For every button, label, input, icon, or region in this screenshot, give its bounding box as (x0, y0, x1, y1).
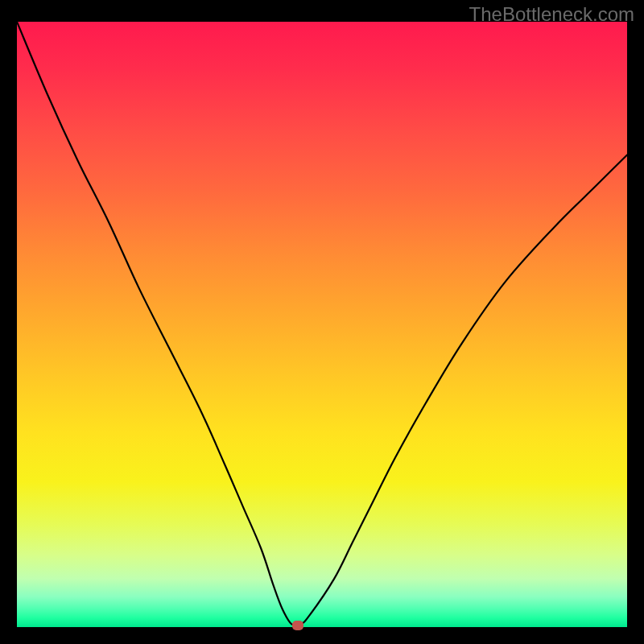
minimum-point-marker (292, 621, 303, 630)
watermark-text: TheBottleneck.com (469, 3, 634, 26)
bottleneck-curve (17, 22, 627, 625)
plot-area (17, 22, 627, 627)
chart-container: TheBottleneck.com (0, 0, 644, 644)
curve-svg (17, 22, 627, 627)
